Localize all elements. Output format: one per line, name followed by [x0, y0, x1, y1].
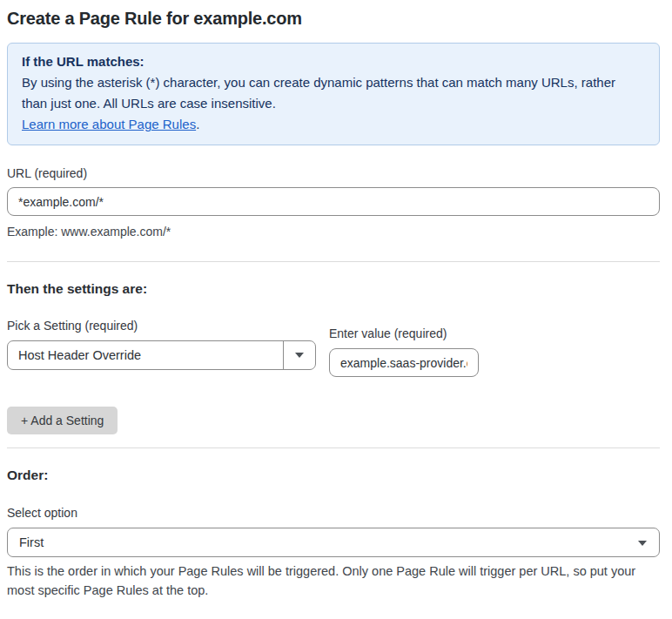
- url-input[interactable]: [7, 187, 660, 216]
- chevron-down-icon: [295, 353, 304, 358]
- enter-value-column: Enter value (required): [329, 319, 479, 377]
- order-helper-text: This is the order in which your Page Rul…: [7, 562, 658, 600]
- setting-dropdown-arrow-button[interactable]: [283, 341, 315, 369]
- url-label: URL (required): [7, 166, 660, 181]
- settings-heading: Then the settings are:: [7, 280, 660, 297]
- info-box-link-line: Learn more about Page Rules.: [22, 114, 645, 135]
- enter-value-label: Enter value (required): [329, 326, 479, 341]
- chevron-down-icon: [638, 541, 647, 546]
- setting-dropdown[interactable]: Host Header Override: [7, 340, 316, 370]
- divider: [7, 261, 660, 262]
- settings-row: Pick a Setting (required) Host Header Ov…: [7, 319, 660, 377]
- add-setting-button[interactable]: + Add a Setting: [7, 407, 118, 434]
- select-option-label: Select option: [7, 506, 660, 521]
- create-page-rule-form: Create a Page Rule for example.com If th…: [0, 0, 672, 619]
- info-box: If the URL matches: By using the asteris…: [7, 43, 660, 145]
- info-box-body: By using the asterisk (*) character, you…: [22, 72, 622, 114]
- info-box-heading: If the URL matches:: [22, 51, 645, 72]
- pick-setting-column: Pick a Setting (required) Host Header Ov…: [7, 319, 316, 370]
- order-select-value: First: [19, 535, 44, 549]
- setting-dropdown-value: Host Header Override: [8, 341, 283, 369]
- pick-setting-label: Pick a Setting (required): [7, 319, 316, 333]
- url-section: URL (required) Example: www.example.com/…: [7, 166, 660, 241]
- setting-value-input[interactable]: [329, 348, 479, 377]
- learn-more-link[interactable]: Learn more about Page Rules: [22, 117, 196, 131]
- page-title: Create a Page Rule for example.com: [7, 8, 660, 29]
- divider: [7, 447, 660, 448]
- order-select[interactable]: First: [7, 528, 660, 557]
- order-heading: Order:: [7, 467, 660, 483]
- url-example-helper: Example: www.example.com/*: [7, 223, 660, 241]
- link-period: .: [196, 117, 199, 131]
